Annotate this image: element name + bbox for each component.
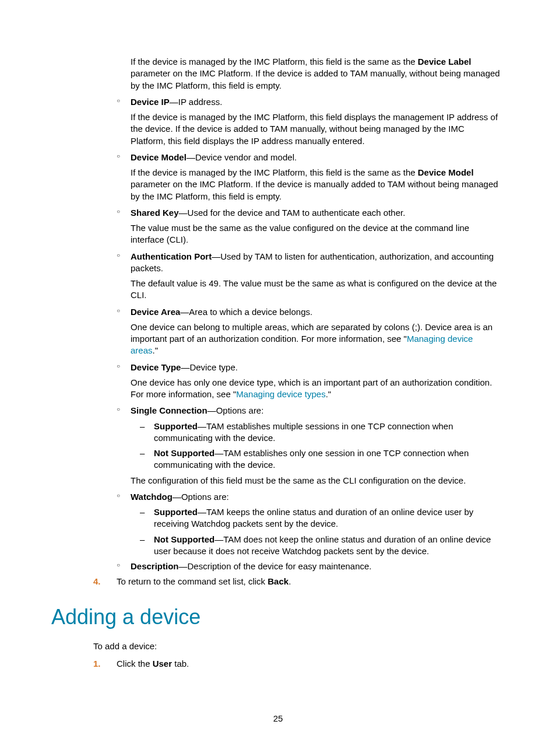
field-label: Shared Key bbox=[131, 208, 179, 218]
field-label: Device IP bbox=[131, 97, 170, 107]
bold-text: Back bbox=[268, 576, 288, 586]
text: If the device is managed by the IMC Plat… bbox=[131, 57, 418, 66]
field-label: Device Type bbox=[131, 362, 181, 372]
page-number: 25 bbox=[0, 713, 556, 723]
text: . bbox=[288, 576, 291, 586]
field-def: —IP address. bbox=[170, 97, 223, 107]
document-body: If the device is managed by the IMC Plat… bbox=[56, 56, 500, 670]
field-def: —Device vendor and model. bbox=[186, 152, 297, 162]
text: ." bbox=[153, 345, 159, 355]
field-label: Device Model bbox=[131, 152, 186, 162]
text: If the device is managed by the IMC Plat… bbox=[131, 167, 418, 177]
field-label: Authentication Port bbox=[131, 251, 212, 261]
field-device-model: Device Model—Device vendor and model. bbox=[117, 152, 500, 163]
field-desc: The value must be the same as the value … bbox=[131, 222, 500, 246]
link-managing-device-types[interactable]: Managing device types bbox=[236, 389, 325, 399]
field-label: Description bbox=[131, 561, 179, 571]
option-label: Supported bbox=[154, 421, 198, 431]
field-def: —Used for the device and TAM to authenti… bbox=[179, 208, 406, 218]
text: To return to the command set list, click bbox=[117, 576, 268, 586]
field-auth-port: Authentication Port—Used by TAM to liste… bbox=[117, 251, 500, 275]
option-not-supported: Not Supported—TAM establishes only one s… bbox=[140, 447, 500, 471]
step-1: 1. Click the User tab. bbox=[93, 658, 500, 670]
field-def: —Options are: bbox=[173, 492, 229, 502]
field-note: The configuration of this field must be … bbox=[131, 475, 500, 487]
bold-text: User bbox=[153, 659, 172, 668]
intro-text: To add a device: bbox=[93, 640, 500, 652]
field-watchdog: Watchdog—Options are: bbox=[117, 491, 500, 503]
paragraph-device-label: If the device is managed by the IMC Plat… bbox=[131, 56, 500, 92]
field-label: Watchdog bbox=[131, 492, 173, 502]
field-def: —Description of the device for easy main… bbox=[179, 561, 372, 571]
option-label: Not Supported bbox=[154, 534, 214, 544]
step-number: 1. bbox=[93, 658, 101, 670]
text: tab. bbox=[172, 659, 189, 668]
option-label: Supported bbox=[154, 507, 198, 517]
text: parameter on the IMC Platform. If the de… bbox=[131, 179, 498, 201]
option-label: Not Supported bbox=[154, 448, 214, 458]
field-desc: If the device is managed by the IMC Plat… bbox=[131, 111, 500, 147]
field-shared-key: Shared Key—Used for the device and TAM t… bbox=[117, 207, 500, 219]
step-4: 4. To return to the command set list, cl… bbox=[93, 576, 500, 587]
field-description: Description—Description of the device fo… bbox=[117, 561, 500, 572]
field-device-type: Device Type—Device type. bbox=[117, 362, 500, 373]
field-desc: One device has only one device type, whi… bbox=[131, 377, 500, 401]
heading-adding-a-device: Adding a device bbox=[51, 603, 500, 632]
field-def: —Area to which a device belongs. bbox=[180, 307, 312, 317]
option-supported: Supported—TAM keeps the online status an… bbox=[140, 506, 500, 530]
field-def: —Options are: bbox=[207, 405, 264, 415]
option-supported: Supported—TAM establishes multiple sessi… bbox=[140, 421, 500, 444]
text: parameter on the IMC Platform. If the de… bbox=[131, 68, 500, 90]
option-text: —TAM keeps the online status and duratio… bbox=[154, 507, 473, 528]
option-not-supported: Not Supported—TAM does not keep the onli… bbox=[140, 534, 500, 558]
text: ." bbox=[326, 389, 332, 399]
field-single-connection: Single Connection—Options are: bbox=[117, 405, 500, 416]
field-desc: If the device is managed by the IMC Plat… bbox=[131, 167, 500, 202]
field-def: —Device type. bbox=[181, 362, 238, 372]
option-text: —TAM establishes multiple sessions in on… bbox=[154, 421, 453, 443]
field-device-area: Device Area—Area to which a device belon… bbox=[117, 306, 500, 318]
field-desc: The default value is 49. The value must … bbox=[131, 278, 500, 302]
bold-text: Device Label bbox=[418, 57, 471, 66]
step-number: 4. bbox=[93, 576, 101, 587]
text: Click the bbox=[117, 659, 153, 668]
field-label: Single Connection bbox=[131, 405, 207, 415]
bold-text: Device Model bbox=[418, 167, 474, 177]
field-label: Device Area bbox=[131, 307, 180, 317]
field-device-ip: Device IP—IP address. bbox=[117, 96, 500, 108]
field-desc: One device can belong to multiple areas,… bbox=[131, 321, 500, 357]
